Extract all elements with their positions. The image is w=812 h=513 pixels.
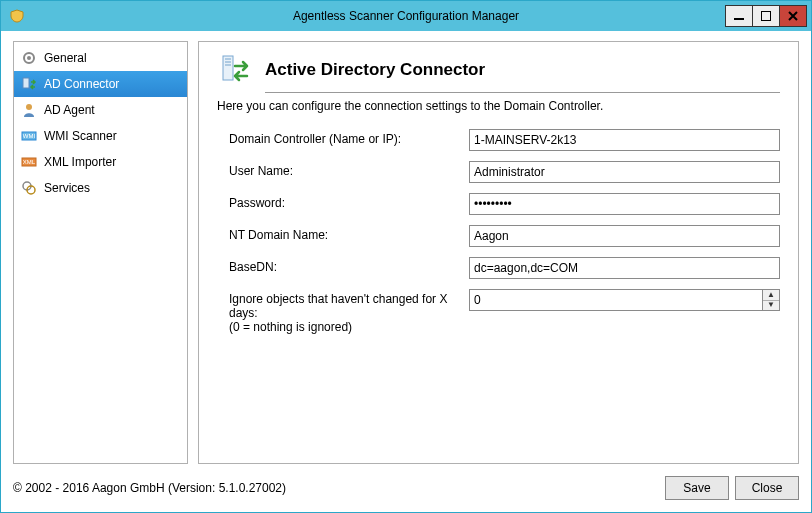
svg-rect-15 (225, 64, 231, 66)
password-label: Password: (229, 193, 469, 210)
sidebar-item-label: General (44, 51, 87, 65)
sidebar-item-label: WMI Scanner (44, 129, 117, 143)
svg-text:WMI: WMI (23, 133, 36, 139)
sidebar-item-ad-agent[interactable]: AD Agent (14, 97, 187, 123)
user-name-label: User Name: (229, 161, 469, 178)
app-window: Agentless Scanner Configuration Manager … (0, 0, 812, 513)
domain-controller-input[interactable] (469, 129, 780, 151)
maximize-icon (761, 11, 771, 21)
gear-icon (20, 49, 38, 67)
sidebar: General AD Connector AD Agent WMI WMI Sc… (13, 41, 188, 464)
window-title: Agentless Scanner Configuration Manager (1, 9, 811, 23)
minimize-button[interactable] (725, 5, 753, 27)
nt-domain-label: NT Domain Name: (229, 225, 469, 242)
close-button[interactable] (779, 5, 807, 27)
save-button[interactable]: Save (665, 476, 729, 500)
svg-rect-13 (225, 58, 231, 60)
main-panel: Active Directory Connector Here you can … (198, 41, 799, 464)
sidebar-item-label: AD Agent (44, 103, 95, 117)
base-dn-input[interactable] (469, 257, 780, 279)
services-icon (20, 179, 38, 197)
ignore-days-input[interactable] (469, 289, 762, 311)
chevron-down-icon: ▼ (767, 301, 775, 309)
minimize-icon (734, 11, 744, 21)
spin-up-button[interactable]: ▲ (763, 290, 779, 301)
domain-controller-label: Domain Controller (Name or IP): (229, 129, 469, 146)
ignore-days-label: Ignore objects that haven't changed for … (229, 289, 469, 334)
spin-down-button[interactable]: ▼ (763, 301, 779, 311)
svg-text:XML: XML (23, 159, 36, 165)
sidebar-item-services[interactable]: Services (14, 175, 187, 201)
svg-rect-4 (23, 78, 29, 88)
close-footer-button[interactable]: Close (735, 476, 799, 500)
user-icon (20, 101, 38, 119)
svg-rect-1 (761, 11, 771, 21)
base-dn-label: BaseDN: (229, 257, 469, 274)
svg-rect-14 (225, 61, 231, 63)
password-input[interactable] (469, 193, 780, 215)
server-sync-icon (20, 75, 38, 93)
copyright-text: © 2002 - 2016 Aagon GmbH (Version: 5.1.0… (13, 481, 286, 495)
maximize-button[interactable] (752, 5, 780, 27)
svg-rect-0 (734, 18, 744, 20)
nt-domain-input[interactable] (469, 225, 780, 247)
server-sync-icon (217, 52, 253, 88)
sidebar-item-label: XML Importer (44, 155, 116, 169)
sidebar-item-general[interactable]: General (14, 45, 187, 71)
page-title: Active Directory Connector (265, 60, 485, 80)
ignore-days-spinner: ▲ ▼ (469, 289, 780, 311)
sidebar-item-wmi-scanner[interactable]: WMI WMI Scanner (14, 123, 187, 149)
page-description: Here you can configure the connection se… (217, 99, 780, 113)
title-divider (265, 92, 780, 93)
page-header: Active Directory Connector (217, 52, 780, 88)
sidebar-item-label: Services (44, 181, 90, 195)
titlebar: Agentless Scanner Configuration Manager (1, 1, 811, 31)
user-name-input[interactable] (469, 161, 780, 183)
close-icon (788, 11, 798, 21)
footer: © 2002 - 2016 Aagon GmbH (Version: 5.1.0… (1, 472, 811, 512)
chevron-up-icon: ▲ (767, 291, 775, 299)
svg-point-3 (27, 56, 31, 60)
window-controls (726, 5, 811, 27)
sidebar-item-ad-connector[interactable]: AD Connector (14, 71, 187, 97)
xml-icon: XML (20, 153, 38, 171)
sidebar-item-label: AD Connector (44, 77, 119, 91)
content-area: General AD Connector AD Agent WMI WMI Sc… (1, 31, 811, 472)
svg-point-5 (26, 104, 32, 110)
sidebar-item-xml-importer[interactable]: XML XML Importer (14, 149, 187, 175)
app-icon (9, 8, 25, 24)
wmi-icon: WMI (20, 127, 38, 145)
